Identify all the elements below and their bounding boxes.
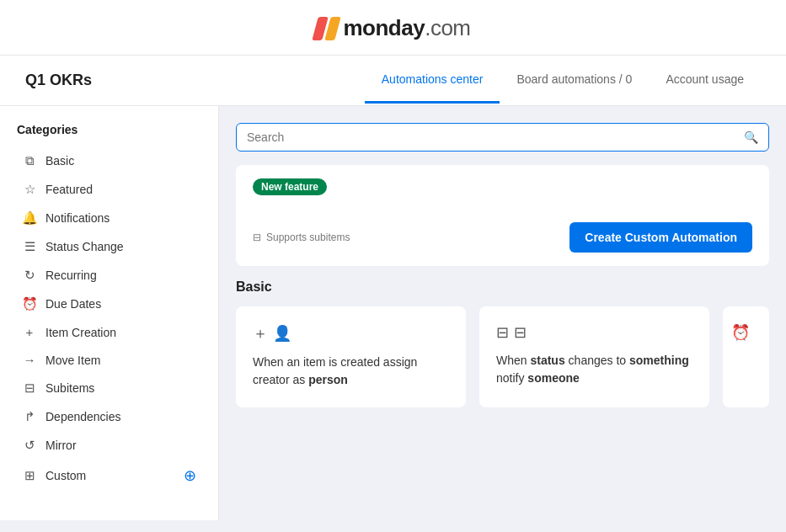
main-content: Q1 OKRs Automations center Board automat… (0, 56, 786, 520)
person-icon: 👤 (273, 324, 291, 343)
logo-icon (315, 17, 338, 40)
card-icons-item-created: ＋ 👤 (253, 323, 449, 343)
sidebar-label-status-change: Status Change (45, 240, 124, 253)
basic-icon: ⧉ (22, 153, 37, 168)
tabs: Automations center Board automations / 0… (365, 57, 761, 104)
add-custom-button[interactable]: ⊕ (184, 466, 196, 485)
sidebar-item-subitems[interactable]: ⊟ Subitems (5, 374, 213, 402)
search-icon: 🔍 (744, 130, 758, 144)
sidebar-label-featured: Featured (45, 183, 93, 196)
sidebar-item-mirror[interactable]: ↺ Mirror (5, 431, 213, 460)
supports-subitems-label: Supports subitems (266, 231, 350, 243)
sidebar-item-due-dates[interactable]: ⏰ Due Dates (5, 290, 213, 318)
sidebar-label-move-item: Move Item (45, 354, 100, 367)
search-bar[interactable]: 🔍 (236, 123, 769, 152)
tab-account-usage-label: Account usage (666, 72, 744, 86)
logo-text: monday.com (343, 15, 470, 41)
mirror-icon: ↺ (22, 438, 37, 453)
item-creation-icon: + (22, 325, 37, 339)
logo-com: .com (425, 15, 470, 40)
card-text-status-changes: When status changes to something notify … (496, 352, 692, 387)
board-title: Q1 OKRs (25, 72, 92, 89)
sidebar-label-due-dates: Due Dates (45, 297, 101, 311)
sidebar-label-notifications: Notifications (45, 211, 110, 225)
basic-section-title: Basic (236, 279, 769, 295)
due-dates-icon: ⏰ (22, 296, 37, 311)
search-input[interactable] (247, 130, 737, 144)
card-icons-partial: ⏰ (731, 323, 761, 342)
supports-subitems: ⊟ Supports subitems (253, 231, 350, 243)
plus-icon: ＋ (253, 323, 268, 343)
logo: monday.com (315, 15, 470, 41)
categories-title: Categories (0, 123, 218, 146)
automation-cards: ＋ 👤 When an item is created assign creat… (236, 306, 769, 407)
sidebar-item-basic[interactable]: ⧉ Basic (5, 146, 213, 175)
recurring-icon: ↻ (22, 268, 37, 283)
tab-automations-center-label: Automations center (382, 72, 484, 86)
custom-left: ⊞ Custom (22, 468, 86, 483)
sidebar-label-basic: Basic (45, 154, 74, 168)
card-text-item-created: When an item is created assign creator a… (253, 354, 449, 389)
sidebar-label-subitems: Subitems (45, 381, 94, 395)
logo-wordmark: monday (343, 15, 425, 40)
automation-card-partial: ⏰ (723, 306, 769, 407)
content-header: Q1 OKRs Automations center Board automat… (0, 56, 786, 106)
custom-icon: ⊞ (22, 468, 37, 483)
subitems-icon: ⊟ (22, 380, 37, 396)
sidebar-label-item-creation: Item Creation (45, 326, 116, 339)
status-icon-1: ⊟ (496, 323, 509, 342)
dependencies-icon: ↱ (22, 409, 37, 424)
tab-automations-center[interactable]: Automations center (365, 57, 500, 104)
sidebar-item-custom[interactable]: ⊞ Custom ⊕ (5, 460, 213, 492)
subitems-support-icon: ⊟ (253, 231, 261, 243)
sidebar-label-mirror: Mirror (45, 439, 77, 452)
sidebar-item-notifications[interactable]: 🔔 Notifications (5, 204, 213, 232)
body-area: Categories ⧉ Basic ☆ Featured 🔔 Notifica… (0, 106, 786, 520)
sidebar-item-status-change[interactable]: ☰ Status Change (5, 232, 213, 261)
sidebar: Categories ⧉ Basic ☆ Featured 🔔 Notifica… (0, 106, 219, 520)
feature-card-footer: ⊟ Supports subitems Create Custom Automa… (253, 222, 752, 253)
tab-account-usage[interactable]: Account usage (649, 57, 761, 104)
new-feature-badge: New feature (253, 178, 327, 195)
clock-icon: ⏰ (731, 323, 750, 342)
automation-card-status-changes[interactable]: ⊟ ⊟ When status changes to something not… (479, 306, 709, 407)
status-change-icon: ☰ (22, 239, 37, 254)
sidebar-item-recurring[interactable]: ↻ Recurring (5, 261, 213, 290)
sidebar-label-custom: Custom (45, 469, 86, 482)
sidebar-item-item-creation[interactable]: + Item Creation (5, 318, 213, 346)
create-custom-automation-button[interactable]: Create Custom Automation (569, 222, 752, 253)
automation-main: 🔍 New feature ⊟ Supports subitems Create… (219, 106, 786, 520)
tab-board-automations-label: Board automations / 0 (516, 72, 632, 86)
sidebar-label-recurring: Recurring (45, 269, 97, 282)
sidebar-item-featured[interactable]: ☆ Featured (5, 175, 213, 204)
sidebar-label-dependencies: Dependencies (45, 410, 121, 423)
top-bar: monday.com (0, 0, 786, 56)
tab-board-automations[interactable]: Board automations / 0 (500, 57, 649, 104)
status-icon-2: ⊟ (514, 323, 527, 342)
notifications-icon: 🔔 (22, 210, 37, 226)
move-item-icon: → (22, 353, 37, 367)
featured-icon: ☆ (22, 182, 37, 197)
sidebar-item-dependencies[interactable]: ↱ Dependencies (5, 402, 213, 431)
feature-card: New feature ⊟ Supports subitems Create C… (236, 165, 769, 266)
card-icons-status-changes: ⊟ ⊟ (496, 323, 692, 342)
sidebar-item-move-item[interactable]: → Move Item (5, 346, 213, 374)
automation-card-item-created[interactable]: ＋ 👤 When an item is created assign creat… (236, 306, 466, 407)
